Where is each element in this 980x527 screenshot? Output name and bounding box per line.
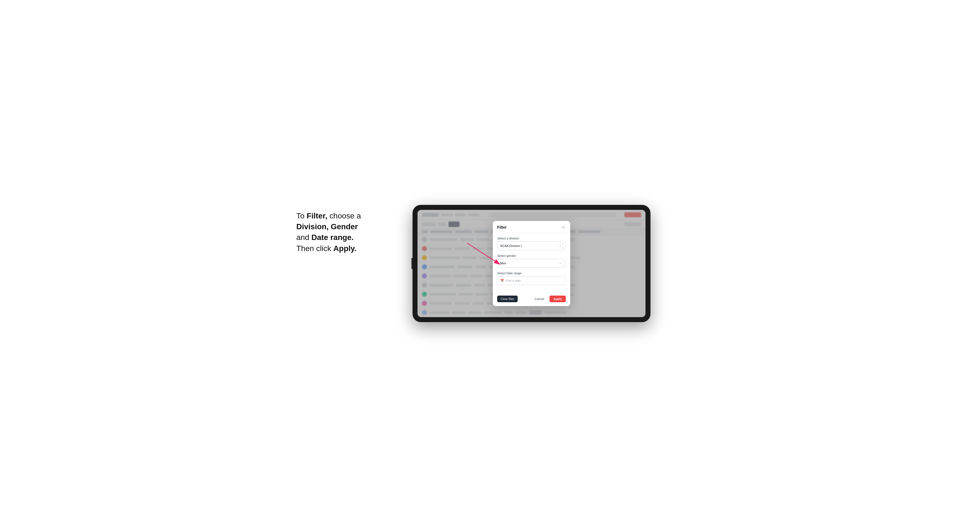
clear-filter-button[interactable]: Clear filter [497, 295, 518, 302]
date-label: Select Date range [497, 271, 566, 275]
instruction-bold: Division, Gender [296, 222, 358, 231]
instruction-line1: To Filter, choose a [296, 211, 361, 220]
gender-select-icons: × ⌃⌄ [560, 260, 564, 266]
modal-footer: Clear filter Cancel Apply [493, 293, 570, 306]
tablet-device: Filter × Select a division NCAA Division… [412, 205, 651, 322]
division-label: Select a division [497, 237, 566, 240]
gender-chevron-icon: ⌃⌄ [562, 260, 564, 266]
chevron-icon: ⌃⌄ [562, 243, 564, 249]
date-field-group: Select Date range 📅 Pick a date [497, 271, 566, 285]
gender-clear-icon[interactable]: × [560, 262, 561, 265]
modal-body: Select a division NCAA Division I NCAA D… [493, 233, 570, 293]
gender-field-group: Select gender Men Women × ⌃⌄ [497, 254, 566, 268]
modal-overlay: Filter × Select a division NCAA Division… [417, 210, 646, 317]
footer-right-buttons: Cancel Apply [531, 295, 566, 302]
division-select[interactable]: NCAA Division I NCAA Division II NCAA Di… [497, 241, 566, 250]
date-input[interactable]: 📅 Pick a date [497, 276, 566, 285]
tablet-screen: Filter × Select a division NCAA Division… [417, 210, 646, 317]
apply-button[interactable]: Apply [549, 295, 566, 302]
division-field-group: Select a division NCAA Division I NCAA D… [497, 237, 566, 250]
instruction-text: To Filter, choose a Division, Gender and… [296, 205, 379, 254]
tablet-side-button [411, 258, 412, 269]
filter-modal: Filter × Select a division NCAA Division… [493, 221, 570, 306]
gender-select-wrapper: Men Women × ⌃⌄ [497, 259, 566, 268]
division-select-wrapper: NCAA Division I NCAA Division II NCAA Di… [497, 241, 566, 250]
cancel-button[interactable]: Cancel [531, 295, 547, 302]
calendar-icon: 📅 [500, 279, 504, 283]
date-placeholder: Pick a date [506, 279, 521, 282]
instruction-line3: and Date range. [296, 233, 353, 242]
gender-label: Select gender [497, 254, 566, 257]
tablet-wrapper: Filter × Select a division NCAA Division… [379, 205, 684, 322]
select-icons: × ⌃⌄ [560, 243, 564, 249]
modal-header: Filter × [493, 221, 570, 233]
modal-close-button[interactable]: × [561, 225, 566, 230]
modal-title: Filter [497, 225, 507, 230]
gender-select[interactable]: Men Women [497, 259, 566, 268]
instruction-line4: Then click Apply. [296, 244, 356, 253]
clear-icon[interactable]: × [560, 244, 561, 248]
